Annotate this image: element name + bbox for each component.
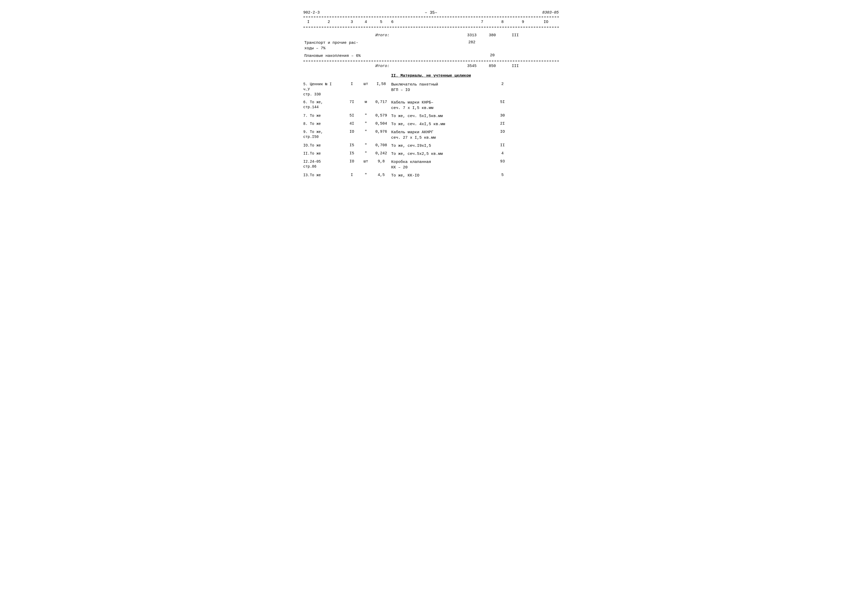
header-col4: 4 [360, 20, 372, 24]
row-desc-6: То же, сеч.5х2,5 кв.мм [390, 151, 472, 157]
content-area: Итого: 3313 380 III Транспорт и прочие р… [303, 31, 559, 180]
planovye-val8 [462, 53, 482, 59]
data-rows-container: 5. Ценник № I ч.У стр. 330 I шт I,58 Вык… [303, 80, 559, 180]
row-ref-0: 5. Ценник № I ч.У стр. 330 [303, 82, 344, 97]
planovye-val9: 20 [482, 53, 502, 59]
row-qty-2: 5I [344, 113, 360, 118]
header-col6: 6 [390, 20, 472, 24]
row-price-1: 0,717 [372, 100, 390, 104]
top-dashed-line [303, 17, 559, 17]
row-unit-1: м [360, 100, 372, 104]
table-row: I3.То же I " 4,5 То же, КК-IO 5 [303, 171, 559, 180]
table-row: 8. То же 4I " 0,504 То же, сеч. 4хI,5 кв… [303, 120, 559, 128]
row-price-2: 0,579 [372, 113, 390, 118]
itogo-val9-1: 380 [482, 33, 502, 38]
transport-val9 [482, 40, 502, 51]
doc-number-left: 902-2-3 [303, 10, 335, 15]
row-col8-3: 2I [492, 121, 513, 126]
row-price-3: 0,504 [372, 121, 390, 126]
row-desc-4: Кабель марки АКНРГ сеч. 27 x I,5 кв.мм [390, 130, 472, 140]
itogo-label-2: Итого: [303, 64, 462, 68]
planovye-row: Плановые накопления – 6% 20 [303, 52, 559, 60]
row-col8-8: 5 [492, 173, 513, 177]
row-col8-2: 30 [492, 113, 513, 118]
itogo-label-1: Итого: [303, 33, 462, 38]
section-title: II. Материалы, не учтенные целиком [303, 74, 559, 78]
header-col1: I [303, 20, 314, 24]
row-unit-0: шт [360, 82, 372, 86]
row-col8-4: IO [492, 130, 513, 134]
itogo-val9-2: 850 [482, 64, 502, 68]
transport-row: Транспорт и прочие рас- ходы – 7% 282 [303, 39, 559, 52]
header-dashed-line [303, 27, 559, 27]
row-desc-2: То же, сеч. 5хI,5кв.мм [390, 113, 472, 119]
row-qty-5: I5 [344, 143, 360, 148]
header-col7: 7 [472, 20, 492, 24]
row-ref-8: I3.То же [303, 173, 344, 178]
row-price-4: 0,976 [372, 130, 390, 134]
row-qty-3: 4I [344, 121, 360, 126]
table-row: II.То же I5 " 0,242 То же, сеч.5х2,5 кв.… [303, 150, 559, 158]
row-qty-8: I [344, 173, 360, 177]
row-unit-4: " [360, 130, 372, 134]
row-desc-7: Коробка клапанная КК – 20 [390, 159, 472, 170]
row-col8-0: 2 [492, 82, 513, 86]
row-desc-8: То же, КК-IO [390, 173, 472, 178]
row-price-7: 9,8 [372, 159, 390, 164]
row-ref-7: I2.24–05 стр.86 [303, 159, 344, 170]
mid-dashed-line [303, 61, 559, 61]
itogo-val8-2: 3545 [462, 64, 482, 68]
row-ref-5: IO.То же [303, 143, 344, 148]
doc-number-right: 8303-05 [528, 10, 559, 15]
row-price-5: 0,708 [372, 143, 390, 148]
row-col8-6: 4 [492, 151, 513, 156]
transport-val8: 282 [462, 40, 482, 51]
row-ref-4: 9. То же, стр.I50 [303, 130, 344, 140]
row-qty-0: I [344, 82, 360, 86]
row-desc-5: То же, сеч.I9хI,5 [390, 143, 472, 149]
row-ref-2: 7. То же [303, 113, 344, 119]
header-col8: 8 [492, 20, 513, 24]
transport-val10 [502, 40, 528, 51]
row-unit-5: " [360, 143, 372, 148]
row-ref-1: 6. То же, стр.144 [303, 100, 344, 110]
row-ref-3: 8. То же [303, 121, 344, 127]
planovye-label: Плановые накопления – 6% [303, 53, 462, 59]
table-row: 7. То же 5I " 0,579 То же, сеч. 5хI,5кв.… [303, 112, 559, 120]
row-col8-1: 5I [492, 100, 513, 104]
header-col10: IO [533, 20, 559, 24]
header-col3: 3 [344, 20, 360, 24]
row-unit-8: " [360, 173, 372, 177]
page-number: – 35– [335, 10, 528, 15]
row-unit-3: " [360, 121, 372, 126]
row-qty-7: IO [344, 159, 360, 164]
row-desc-3: То же, сеч. 4хI,5 кв.мм [390, 121, 472, 127]
planovye-val10 [502, 53, 528, 59]
table-row: 9. То же, стр.I50 IO " 0,976 Кабель марк… [303, 128, 559, 142]
table-row: IO.То же I5 " 0,708 То же, сеч.I9хI,5 II [303, 142, 559, 150]
table-row: 5. Ценник № I ч.У стр. 330 I шт I,58 Вык… [303, 80, 559, 99]
header-col5: 5 [372, 20, 390, 24]
header-col2: 2 [314, 20, 344, 24]
row-desc-0: Выключатель пакетный ВГП – IO [390, 82, 472, 93]
row-desc-1: Кабель марки КНРБ– сеч. 7 x I,5 кв.мм [390, 100, 472, 111]
row-col8-7: 93 [492, 159, 513, 164]
itogo-row-1: Итого: 3313 380 III [303, 31, 559, 39]
row-price-0: I,58 [372, 82, 390, 86]
row-qty-4: IO [344, 130, 360, 134]
row-unit-7: шт [360, 159, 372, 164]
row-qty-1: 7I [344, 100, 360, 104]
itogo-val10-2: III [502, 64, 528, 68]
page-header: 902-2-3 – 35– 8303-05 [303, 10, 559, 15]
row-price-6: 0,242 [372, 151, 390, 156]
itogo-val8-1: 3313 [462, 33, 482, 38]
row-qty-6: I5 [344, 151, 360, 156]
row-col8-5: II [492, 143, 513, 148]
transport-label: Транспорт и прочие рас- ходы – 7% [303, 40, 462, 51]
itogo-row-2: Итого: 3545 850 III [303, 62, 559, 70]
row-unit-2: " [360, 113, 372, 118]
table-row: 6. То же, стр.144 7I м 0,717 Кабель марк… [303, 99, 559, 112]
row-ref-6: II.То же [303, 151, 344, 156]
table-header-row: I 2 3 4 5 6 7 8 9 IO [303, 18, 559, 26]
itogo-val10-1: III [502, 33, 528, 38]
